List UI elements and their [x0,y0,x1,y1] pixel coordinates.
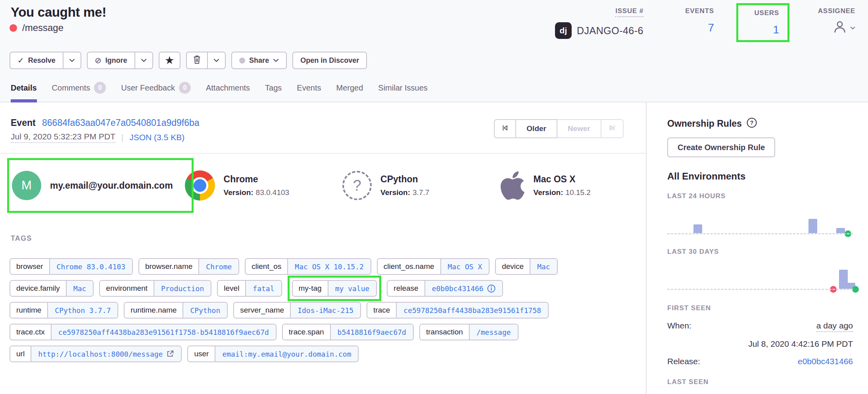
tag-value[interactable]: CPython [182,303,227,318]
first-seen-relative[interactable]: a day ago [816,321,853,332]
tab-user-feedback[interactable]: User Feedback0 [121,82,191,102]
tag-pill-device: deviceMac [495,258,557,275]
tag-pill-user: useremail:my.email@your.domain.com [187,346,359,362]
tab-events[interactable]: Events [297,82,321,102]
older-event-button[interactable]: Older [516,119,557,138]
tag-value-text: http://localhost:8000/message [38,350,163,358]
tag-pill-client_os: client_osMac OS X 10.15.2 [245,258,371,275]
highlight-box-users: USERS 1 [736,3,789,42]
chevron-down-icon [141,58,147,62]
runtime-version: Version:3.7.7 [380,188,429,197]
version-label: Version: [224,188,253,197]
tag-value[interactable]: e0b0bc431466 [424,281,502,296]
share-button[interactable]: Share [231,52,287,69]
tab-tags[interactable]: Tags [265,82,282,102]
tag-key: client_os.name [378,259,440,274]
tag-value[interactable]: http://localhost:8000/message [31,346,181,361]
resolve-button[interactable]: ✓ Resolve [10,52,63,69]
delete-dropdown-button[interactable] [208,52,226,69]
users-count[interactable]: 1 [738,23,779,36]
skip-to-last-icon [608,124,616,134]
tag-value-text: b5418816f9aec67d [338,328,406,336]
tab-comments[interactable]: Comments0 [52,82,106,102]
ignore-label: Ignore [106,56,127,65]
version-value: 83.0.4103 [256,188,290,197]
event-title-row: Event 86684fa63aa047e7a0540801a9d9f6ba [11,118,200,128]
resolve-dropdown-button[interactable] [63,52,81,69]
tag-row: device.familyMacenvironmentProductionlev… [10,280,638,297]
tab-label: Tags [265,83,282,93]
tag-value[interactable]: Mac OS X [440,259,489,274]
tag-value[interactable]: Mac [530,259,557,274]
issue-header: You caught me! /message ✓ Resolve ⊘ Igno… [0,0,868,102]
tag-pill-browser.name: browser.nameChrome [138,258,239,275]
tag-value-text: Mac OS X 10.15.2 [295,263,363,271]
release-link[interactable]: e0b0bc431466 [798,357,853,366]
event-json-link[interactable]: JSON (3.5 KB) [129,133,184,142]
event-context-summary: M my.email@your.domain.com Chrome Versio… [0,158,646,213]
apple-icon [500,169,525,202]
tag-pill-trace.span: trace.spanb5418816f9aec67d [282,324,414,340]
newer-event-button[interactable]: Newer [557,119,601,138]
last-24-hours-label: LAST 24 HOURS [667,192,726,200]
person-icon [833,20,847,36]
events-count[interactable]: 7 [685,21,714,34]
spark-bar [836,228,845,233]
when-label: When: [667,321,691,332]
tag-pill-browser: browserChrome 83.0.4103 [10,258,133,275]
version-label: Version: [534,188,563,197]
ignore-dropdown-button[interactable] [135,52,153,69]
tag-key: trace.span [283,324,330,340]
bookmark-button[interactable]: ★ [159,52,181,69]
tab-details[interactable]: Details [11,82,37,102]
tab-label: Events [297,83,321,93]
info-icon[interactable] [487,284,495,293]
tag-value[interactable]: Mac [66,281,93,296]
tag-value[interactable]: CPython 3.7.7 [47,303,117,318]
open-in-discover-button[interactable]: Open in Discover [292,52,367,69]
tag-value[interactable]: my value [328,281,376,296]
tag-value[interactable]: /message [469,324,518,340]
external-link-icon[interactable] [166,350,174,358]
tag-value[interactable]: Chrome [198,259,238,274]
tag-key: server_name [234,303,290,318]
stat-issue-number: ISSUE # dj DJANGO-46-6 [555,7,643,39]
create-ownership-rule-button[interactable]: Create Ownership Rule [667,137,775,157]
tag-value-text: Production [161,284,204,293]
tag-value[interactable]: email:my.email@your.domain.com [215,346,358,361]
tab-merged[interactable]: Merged [336,82,363,102]
tag-value[interactable]: Production [154,281,211,296]
tag-value-text: Mac [537,263,550,271]
tab-label: Similar Issues [378,83,427,93]
tag-pill-server_name: server_nameIdos-iMac-215 [233,302,361,319]
stat-assignee: ASSIGNEE [818,7,855,36]
tag-pill-runtime.name: runtime.nameCPython [124,302,228,319]
tag-value[interactable]: Idos-iMac-215 [290,303,360,318]
tag-key: transaction [420,324,469,340]
tag-value-text: Chrome [206,263,232,271]
tag-value[interactable]: ce5978250aff4438ba283e91561f1758-b541881… [51,324,276,340]
ignore-button[interactable]: ⊘ Ignore [87,52,135,69]
event-timestamp[interactable]: Jul 9, 2020 5:32:23 PM PDT [11,132,115,143]
tag-pill-transaction: transaction/message [419,324,518,340]
spark-bar [693,224,702,233]
tag-key: client_os [246,259,287,274]
tag-value[interactable]: ce5978250aff4438ba283e91561f1758 [396,303,548,318]
browser-card-text: Chrome Version:83.0.4103 [224,174,290,197]
skip-to-latest-button[interactable] [601,119,624,138]
user-email: my.email@your.domain.com [50,180,173,191]
assignee-dropdown[interactable] [818,20,855,36]
event-id-link[interactable]: 86684fa63aa047e7a0540801a9d9f6ba [42,118,200,128]
issue-number-label[interactable]: ISSUE # [615,7,643,17]
tag-value[interactable]: b5418816f9aec67d [330,324,413,340]
tag-value[interactable]: fatal [245,281,281,296]
tab-attachments[interactable]: Attachments [206,82,250,102]
culprit-row: /message [10,22,63,33]
tab-similar-issues[interactable]: Similar Issues [378,82,427,102]
open-in-discover-label: Open in Discover [300,56,359,65]
help-icon[interactable]: ? [747,118,757,129]
oldest-event-button[interactable] [494,119,516,138]
delete-button[interactable] [186,52,208,69]
tag-value[interactable]: Chrome 83.0.4103 [49,259,132,274]
tag-value[interactable]: Mac OS X 10.15.2 [287,259,370,274]
